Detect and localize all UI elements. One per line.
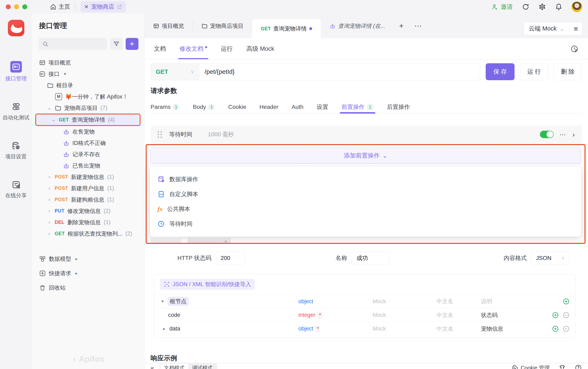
method-select[interactable]: GET ∨ [151, 63, 199, 80]
remove-field-icon[interactable] [563, 325, 570, 332]
menu-item-public-script[interactable]: fx 公共脚本 [150, 202, 581, 216]
sidebar-item-project-overview[interactable]: 项目概览 [32, 57, 144, 68]
sidebar-item-get-find-by-status[interactable]: › GET 根据状态查找宠物列... (2) [32, 228, 144, 239]
tab-settings[interactable]: 设置 [317, 101, 328, 113]
environment-menu-button[interactable]: ≡ [569, 25, 582, 33]
close-tab-icon[interactable]: ✕ [84, 4, 89, 10]
tab-params[interactable]: Params1 [151, 101, 179, 113]
sidebar-case-on-sale[interactable]: 在售宠物 [32, 126, 144, 137]
sidebar-item-post-create-dogfood[interactable]: › POST 新建狗粮信息 (1) [32, 194, 144, 205]
field-name[interactable]: data [169, 326, 180, 332]
tab-auth[interactable]: Auth [292, 101, 304, 113]
cn-name-placeholder[interactable]: 中文名 [437, 325, 481, 332]
tab-header[interactable]: Header [259, 101, 278, 113]
workspace-tab[interactable]: ✕ 宠物商店 [81, 1, 126, 12]
sidebar-item-intro-doc[interactable]: M 🦊一分钟，了解 Apifox！ [32, 91, 144, 102]
theme-shirt-icon[interactable] [559, 364, 566, 369]
chevron-right-icon[interactable]: ▸ [162, 326, 167, 331]
sidebar-folder-petstore[interactable]: ⌄ 宠物商店项目 (7) [32, 102, 144, 113]
tab-cookie[interactable]: Cookie [228, 101, 246, 113]
maximize-window-button[interactable] [22, 4, 27, 9]
enable-toggle[interactable] [540, 131, 554, 138]
add-field-icon[interactable] [563, 298, 570, 305]
field-type[interactable]: object [298, 326, 313, 332]
chevron-right-icon[interactable]: › [47, 220, 52, 225]
notifications-bell-icon[interactable] [555, 3, 562, 10]
field-name[interactable]: code [168, 312, 180, 318]
url-input[interactable]: /pet/{petId} [199, 63, 480, 80]
http-status-input[interactable]: 200 [216, 251, 245, 265]
tab-run[interactable]: 运行 [221, 38, 233, 60]
environment-selector[interactable]: 云端 Mock ⌄ [524, 25, 570, 33]
menu-item-wait-time[interactable]: 等待时间 [150, 216, 581, 231]
mock-placeholder[interactable]: Mock [373, 326, 437, 332]
field-description[interactable]: 宠物信息 [481, 325, 545, 332]
chevron-down-icon[interactable]: ⌄ [51, 117, 56, 123]
cn-name-placeholder[interactable]: 中文名 [437, 311, 481, 319]
tab-body[interactable]: Body1 [193, 101, 215, 113]
wait-time-card[interactable]: 等待时间 1000 毫秒 ⋯ › [151, 125, 582, 143]
tab-doc[interactable]: 文档 [154, 38, 166, 60]
schema-row-code[interactable]: code integer * Mock 中文名 状态码 [160, 308, 570, 322]
collapse-sidebar-icon[interactable]: « [151, 364, 154, 369]
add-field-icon[interactable] [552, 312, 559, 319]
history-icon[interactable] [570, 45, 578, 53]
rail-item-online-share[interactable]: 在线分享 [5, 180, 27, 199]
help-icon[interactable] [575, 364, 582, 369]
chevron-right-icon[interactable]: › [573, 131, 575, 139]
tab-post-operations[interactable]: 后置操作 [387, 101, 410, 113]
schema-row-root[interactable]: ▾ 根节点 object Mock 中文名 说明 [160, 295, 570, 308]
sidebar-item-data-models[interactable]: 数据模型 ▸ [32, 252, 144, 266]
minimize-window-button[interactable] [14, 4, 19, 9]
menu-item-custom-script[interactable]: 自定义脚本 [150, 187, 581, 202]
rail-item-project-settings[interactable]: 项目设置 [5, 141, 27, 160]
tab-overflow-button[interactable]: ⋯ [409, 14, 427, 38]
filter-button[interactable] [110, 38, 123, 50]
chevron-down-icon[interactable]: ⌄ [47, 105, 52, 111]
sidebar-case-sold[interactable]: 已售出宠物 [32, 160, 144, 171]
sidebar-item-get-pet-detail-selected[interactable]: ⌄ GET 查询宠物详情 (4) [35, 113, 140, 126]
close-window-button[interactable] [6, 4, 11, 9]
tab-pet-detail-mock[interactable]: 查询宠物详情 (在... [321, 14, 394, 38]
drag-handle-icon[interactable] [158, 131, 162, 138]
cookie-manager-button[interactable]: Cookie 管理 [512, 364, 550, 369]
sidebar-case-not-found[interactable]: 记录不存在 [32, 149, 144, 160]
field-type[interactable]: integer [298, 312, 315, 318]
sidebar-item-quick-request[interactable]: 快捷请求 ▸ [32, 266, 144, 281]
search-input[interactable] [39, 38, 107, 50]
field-type[interactable]: object [298, 298, 313, 305]
remove-field-icon[interactable] [563, 312, 570, 319]
sidebar-item-post-create-user[interactable]: › POST 新建用户信息 (1) [32, 183, 144, 194]
mock-placeholder[interactable]: Mock [373, 298, 437, 305]
description-placeholder[interactable]: 说明 [481, 298, 545, 305]
settings-gear-icon[interactable] [538, 3, 546, 10]
tab-get-pet-detail-active[interactable]: GET 查询宠物详情 [252, 19, 321, 38]
response-name-input[interactable]: 成功 [352, 251, 390, 265]
content-format-select[interactable]: JSON∨ [531, 251, 569, 265]
chevron-right-icon[interactable]: › [47, 231, 52, 236]
sidebar-item-post-create-pet[interactable]: › POST 新建宠物信息 (1) [32, 171, 144, 183]
tab-pre-operations[interactable]: 前置操作1 [341, 101, 374, 113]
sidebar-item-recycle-bin[interactable]: 回收站 [32, 281, 144, 295]
sidebar-case-bad-id[interactable]: ID格式不正确 [32, 137, 144, 149]
user-avatar[interactable] [571, 1, 582, 12]
invite-button[interactable]: 邀请 [492, 3, 513, 11]
new-api-button[interactable] [126, 38, 138, 50]
sidebar-item-api-group[interactable]: 接口 ▾ [32, 68, 144, 80]
chevron-right-icon[interactable]: › [47, 208, 52, 214]
tab-project-overview[interactable]: 项目概览 [144, 14, 193, 38]
debug-mode-button[interactable]: 调试模式 [188, 364, 216, 369]
chevron-right-icon[interactable]: ▸ [74, 256, 79, 262]
more-options-icon[interactable]: ⋯ [560, 131, 566, 138]
field-name[interactable]: 根节点 [168, 297, 189, 306]
sidebar-folder-root[interactable]: 根目录 [32, 80, 144, 91]
tab-edit-doc[interactable]: 修改文档 [179, 38, 207, 60]
new-tab-button[interactable]: + [394, 14, 409, 38]
chevron-right-icon[interactable]: ▸ [74, 271, 79, 276]
apifox-logo[interactable] [8, 20, 24, 36]
mock-placeholder[interactable]: Mock [373, 312, 437, 318]
sidebar-item-put-update-pet[interactable]: › PUT 修改宠物信息 (2) [32, 205, 144, 217]
rail-item-api-management[interactable]: 接口管理 [5, 61, 27, 82]
sync-icon[interactable] [522, 3, 529, 10]
json-xml-import-button[interactable]: JSON / XML 智能识别/快捷导入 [160, 279, 255, 290]
